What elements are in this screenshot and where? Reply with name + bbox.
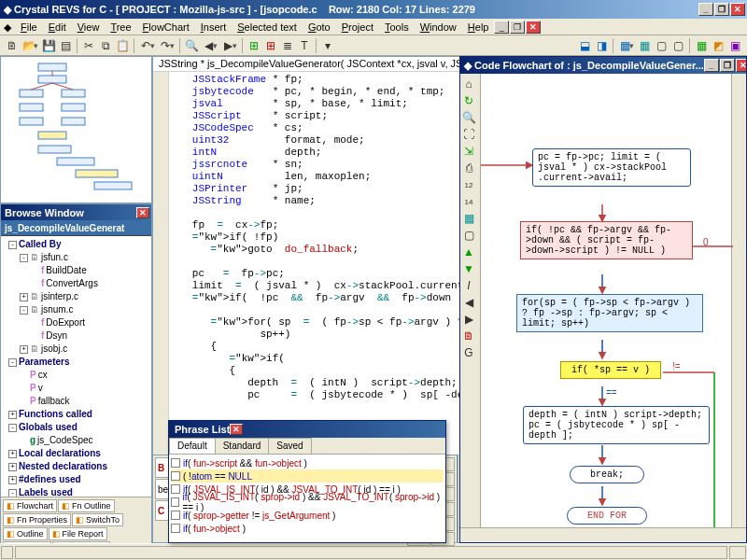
window1-icon[interactable]: ▢: [653, 37, 669, 54]
menu-tree[interactable]: Tree: [105, 21, 136, 34]
tree-row[interactable]: -Called By: [3, 238, 151, 251]
phrase-item[interactable]: if( JSVAL_IS_INT( sprop->id ) && JSVAL_T…: [171, 496, 444, 509]
tree-row[interactable]: Pcx: [3, 369, 151, 382]
mdi-close-button[interactable]: ✕: [526, 21, 541, 34]
flow-g-icon[interactable]: G: [460, 344, 477, 361]
phrase-checkbox[interactable]: [171, 458, 180, 468]
browse-function-tab[interactable]: js_DecompileValueGenerat: [1, 220, 151, 236]
tree-row[interactable]: +Local declarations: [3, 447, 151, 460]
mdi-minimize-button[interactable]: _: [494, 21, 509, 34]
menu-selected-text[interactable]: Selected text: [232, 21, 303, 34]
redo-dropdown[interactable]: ▾: [170, 41, 176, 50]
flow-node-init[interactable]: pc = fp->pc; limit = ( jsval * ) cx->sta…: [532, 148, 691, 187]
phrase-list[interactable]: if( fun->script && fun->object )( !atom …: [169, 455, 445, 542]
flow-12-icon[interactable]: 12: [460, 176, 477, 193]
find-icon[interactable]: 🔍: [183, 37, 200, 54]
bb-dd[interactable]: ▾: [629, 41, 636, 50]
browse-teal-icon[interactable]: ▦: [636, 37, 653, 54]
tree-expand[interactable]: -: [20, 306, 28, 315]
tree-expand[interactable]: +: [8, 450, 17, 458]
flow-down-icon[interactable]: ▼: [460, 260, 477, 277]
menu-view[interactable]: View: [72, 21, 106, 34]
flow-node-if2[interactable]: if( *sp == v ): [560, 361, 661, 379]
flow-node-endfor[interactable]: END FOR: [567, 507, 647, 525]
close-button[interactable]: ✕: [730, 3, 745, 16]
phrase-close-button[interactable]: ✕: [230, 424, 243, 435]
orange-icon[interactable]: ◩: [710, 37, 726, 54]
tree-expand[interactable]: -: [20, 254, 28, 262]
tree-row[interactable]: +🗎jsinterp.c: [3, 290, 151, 303]
tree-row[interactable]: -Labels used: [3, 486, 151, 497]
flow-box-icon[interactable]: ▢: [460, 227, 477, 244]
save-icon[interactable]: 💾: [40, 37, 57, 54]
tree-expand[interactable]: +: [8, 476, 17, 484]
browse-tab-file-report[interactable]: ◧File Report: [49, 527, 107, 540]
cut-icon[interactable]: ✂: [80, 37, 97, 54]
browse-tab-flowchart[interactable]: ◧Flowchart: [3, 499, 57, 512]
paste-icon[interactable]: 📋: [114, 37, 131, 54]
copy-icon[interactable]: ⧉: [97, 37, 114, 54]
flow-home-icon[interactable]: ⌂: [460, 76, 477, 92]
phrase-item[interactable]: if( fun->script && fun->object ): [171, 456, 444, 469]
flow-fit-icon[interactable]: ⛶: [460, 126, 477, 143]
flow-maximize-button[interactable]: ❐: [720, 59, 735, 72]
tree-row[interactable]: -🗎jsnum.c: [3, 303, 151, 316]
menu-goto[interactable]: Goto: [303, 21, 336, 34]
flow-italic-icon[interactable]: I: [460, 277, 477, 294]
tree-row[interactable]: fDsyn: [3, 329, 151, 343]
list-icon[interactable]: ≣: [279, 37, 296, 54]
tree-icon[interactable]: ⊞: [246, 37, 262, 54]
flow-node-break[interactable]: break;: [570, 466, 644, 483]
menu-help[interactable]: Help: [462, 21, 495, 34]
flow-up-icon[interactable]: ▲: [460, 244, 477, 260]
phrase-checkbox[interactable]: [171, 471, 180, 481]
flow-grid-icon[interactable]: ▦: [460, 210, 477, 227]
flow-print-icon[interactable]: ⎙: [460, 160, 477, 176]
open-dropdown[interactable]: ▾: [34, 41, 40, 50]
phrase-item[interactable]: if( fun->object ): [171, 522, 444, 535]
flowchart-canvas[interactable]: pc = fp->pc; limit = ( jsval * ) cx->sta…: [481, 74, 731, 527]
tree-expand[interactable]: +: [8, 463, 17, 471]
minimap-overview[interactable]: [1, 57, 151, 203]
text-icon[interactable]: T: [296, 37, 313, 54]
back-dropdown[interactable]: ▾: [213, 41, 219, 50]
browse-tab-switchto[interactable]: ◧SwitchTo: [72, 513, 123, 526]
flow-left-icon[interactable]: ◀: [460, 294, 477, 311]
grid-icon[interactable]: ▦: [693, 37, 710, 54]
tree-row[interactable]: -Parameters: [3, 356, 151, 369]
phrase-checkbox[interactable]: [171, 484, 180, 494]
browse-tab-outline[interactable]: ◧Outline: [3, 527, 48, 540]
tree-expand[interactable]: +: [20, 293, 28, 301]
mdi-restore-button[interactable]: ❐: [510, 21, 525, 34]
maximize-button[interactable]: ❐: [714, 3, 729, 16]
flow-close-button[interactable]: ✕: [736, 59, 746, 72]
flow-refresh-icon[interactable]: ↻: [460, 92, 477, 109]
tree-row[interactable]: Pv: [3, 382, 151, 395]
flow-export-icon[interactable]: ⇲: [460, 143, 477, 160]
flow-zoom-icon[interactable]: 🔍: [460, 109, 477, 126]
browse-close-button[interactable]: ✕: [136, 207, 149, 218]
tree-row[interactable]: -Globals used: [3, 421, 151, 434]
flow-14-icon[interactable]: 14: [460, 193, 477, 210]
split-h-icon[interactable]: ⬓: [576, 37, 593, 54]
tree-row[interactable]: Pfallback: [3, 395, 151, 408]
menu-project[interactable]: Project: [336, 21, 379, 34]
split-v-icon[interactable]: ◨: [593, 37, 610, 54]
tree-row[interactable]: fDoExport: [3, 316, 151, 329]
browse-tab-fn-properties[interactable]: ◧Fn Properties: [3, 513, 71, 526]
purple-icon[interactable]: ▣: [726, 37, 743, 54]
browse-tree[interactable]: -Called By-🗎jsfun.cfBuildDatefConvertArg…: [1, 236, 151, 497]
tree-row[interactable]: +🗎jsobj.c: [3, 343, 151, 356]
tree2-icon[interactable]: ⊞: [262, 37, 279, 54]
phrase-tab-default[interactable]: Default: [169, 438, 216, 454]
menu-file[interactable]: File: [15, 21, 43, 34]
phrase-item[interactable]: ( !atom == NULL: [171, 469, 444, 483]
tree-expand[interactable]: -: [8, 424, 17, 432]
browse-tab-fn-outline[interactable]: ◧Fn Outline: [58, 499, 115, 512]
window2-icon[interactable]: ▢: [669, 37, 686, 54]
new-file-icon[interactable]: 🗎: [4, 37, 21, 54]
flow-doc-icon[interactable]: 🗎: [460, 328, 477, 344]
phrase-tab-standard[interactable]: Standard: [215, 438, 270, 454]
tree-row[interactable]: +#defines used: [3, 473, 151, 486]
flowchart-hscroll[interactable]: [460, 527, 746, 542]
